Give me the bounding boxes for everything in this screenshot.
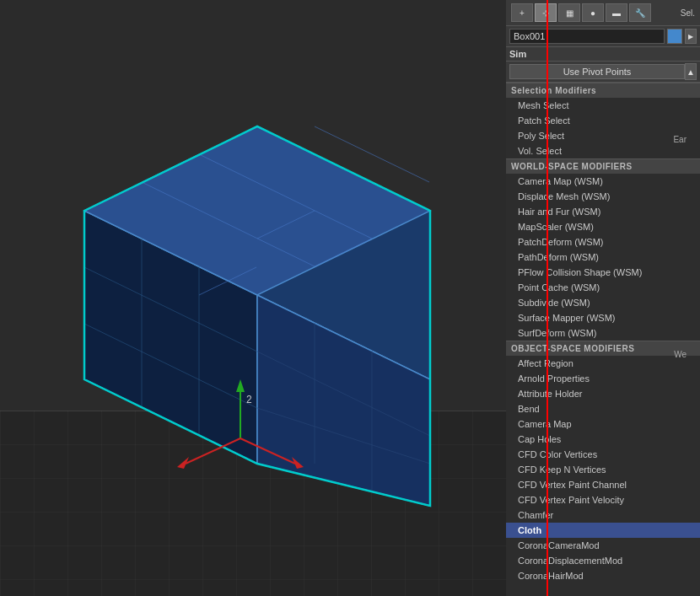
modifier-item[interactable]: Chamfer — [506, 507, 700, 523]
sim-row: Sim — [506, 47, 700, 62]
modifier-circle-btn[interactable]: ● — [582, 3, 604, 22]
object-name-input[interactable] — [509, 29, 665, 44]
modifier-item[interactable]: Affect Region — [506, 356, 700, 371]
add-modifier-btn[interactable]: + — [511, 3, 533, 22]
modifier-item[interactable]: Poly Select — [506, 128, 700, 143]
right-panel: + ⊹ ▦ ● ▬ 🔧 Sel. ▶ Sim Use Pivot Points … — [506, 0, 700, 596]
modifier-item[interactable]: Point Cache (WSM) — [506, 280, 700, 295]
viewport: 2 — [0, 0, 506, 596]
modifier-list-btn[interactable]: ⊹ — [535, 3, 557, 22]
toolbar: + ⊹ ▦ ● ▬ 🔧 Sel. — [506, 0, 700, 26]
modifier-list[interactable]: Selection ModifiersMesh SelectPatch Sele… — [506, 83, 700, 596]
modifier-item[interactable]: Camera Map — [506, 416, 700, 432]
modifier-item[interactable]: Arnold Properties — [506, 371, 700, 386]
modifier-item[interactable]: CFD Keep N Vertices — [506, 462, 700, 477]
modifier-item[interactable]: Vol. Select — [506, 143, 700, 158]
modifier-item[interactable]: PathDeform (WSM) — [506, 250, 700, 265]
modifier-item[interactable]: SurfDeform (WSM) — [506, 325, 700, 341]
sim-label: Sim — [509, 49, 526, 59]
modifier-item[interactable]: Patch Select — [506, 113, 700, 128]
scroll-up-btn[interactable]: ▲ — [685, 63, 697, 80]
modifier-item[interactable]: Bend — [506, 401, 700, 416]
select-label: Sel. — [681, 8, 695, 18]
modifier-item[interactable]: Subdivide (WSM) — [506, 295, 700, 310]
modifier-item[interactable]: CoronaDisplacementMod — [506, 553, 700, 568]
modifier-item[interactable]: CFD Vertex Paint Channel — [506, 477, 700, 492]
color-swatch[interactable] — [667, 29, 682, 44]
modifier-item[interactable]: Attribute Holder — [506, 386, 700, 401]
modifier-item[interactable]: CoronaHairMod — [506, 568, 700, 583]
modifier-rect-btn[interactable]: ▬ — [606, 3, 627, 22]
modifier-item[interactable]: Cap Holes — [506, 432, 700, 447]
name-arrow-btn[interactable]: ▶ — [685, 29, 697, 44]
modifier-item[interactable]: Mesh Select — [506, 98, 700, 113]
pivot-points-btn[interactable]: Use Pivot Points — [509, 64, 685, 79]
section-header: WORLD-SPACE MODIFIERS — [506, 158, 700, 174]
modifier-item[interactable]: Surface Mapper (WSM) — [506, 310, 700, 325]
section-header: OBJECT-SPACE MODIFIERS — [506, 341, 700, 356]
modifier-item[interactable]: CFD Vertex Paint Velocity — [506, 492, 700, 507]
modifier-item[interactable]: Displace Mesh (WSM) — [506, 189, 700, 204]
pivot-row: Use Pivot Points ▲ — [506, 62, 700, 83]
modifier-item[interactable]: PatchDeform (WSM) — [506, 234, 700, 250]
modifier-grid-btn[interactable]: ▦ — [558, 3, 580, 22]
cube-3d: 2 — [34, 101, 481, 548]
modifier-item[interactable]: CFD Color Vertices — [506, 447, 700, 462]
modifier-item[interactable]: Hair and Fur (WSM) — [506, 204, 700, 219]
modifier-item[interactable]: PFlow Collision Shape (WSM) — [506, 265, 700, 280]
modifier-item[interactable]: MapScaler (WSM) — [506, 219, 700, 234]
we-label: We — [674, 350, 687, 359]
svg-text:2: 2 — [246, 394, 252, 405]
ear-label: Ear — [673, 135, 687, 144]
modifier-item[interactable]: CoronaCameraMod — [506, 538, 700, 553]
modifier-item[interactable]: Camera Map (WSM) — [506, 174, 700, 189]
section-header: Selection Modifiers — [506, 83, 700, 98]
modifier-wrench-btn[interactable]: 🔧 — [629, 3, 651, 22]
modifier-item[interactable]: Cloth — [506, 523, 700, 538]
name-row: ▶ — [506, 26, 700, 47]
